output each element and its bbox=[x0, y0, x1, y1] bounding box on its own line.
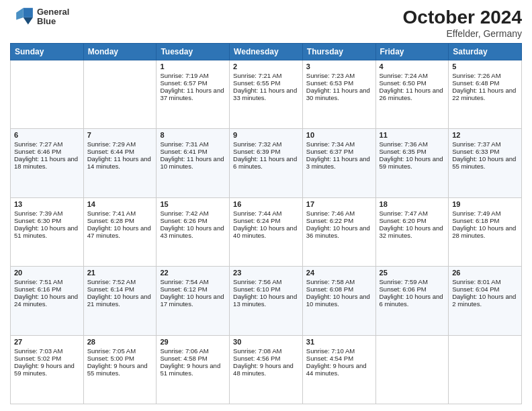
day-number: 3 bbox=[306, 62, 372, 71]
day-number: 28 bbox=[87, 338, 153, 346]
sunrise-text: Sunrise: 7:19 AM bbox=[160, 72, 208, 79]
sunrise-text: Sunrise: 7:46 AM bbox=[306, 210, 355, 217]
sunrise-text: Sunrise: 7:56 AM bbox=[233, 278, 281, 285]
calendar-cell: 31Sunrise: 7:10 AMSunset: 4:54 PMDayligh… bbox=[302, 335, 375, 404]
calendar-cell: 15Sunrise: 7:42 AMSunset: 6:26 PMDayligh… bbox=[157, 197, 230, 266]
daylight-text: Daylight: 10 hours and 13 minutes. bbox=[233, 293, 297, 308]
calendar-cell: 23Sunrise: 7:56 AMSunset: 6:10 PMDayligh… bbox=[230, 267, 303, 335]
sunrise-text: Sunrise: 7:49 AM bbox=[452, 210, 500, 217]
sunset-text: Sunset: 6:53 PM bbox=[306, 79, 353, 87]
daylight-text: Daylight: 11 hours and 3 minutes. bbox=[306, 155, 370, 170]
sunset-text: Sunset: 6:14 PM bbox=[87, 285, 134, 293]
sunset-text: Sunset: 6:06 PM bbox=[380, 285, 427, 293]
calendar-cell bbox=[449, 335, 522, 404]
calendar-cell: 21Sunrise: 7:52 AMSunset: 6:14 PMDayligh… bbox=[83, 267, 157, 335]
day-number: 22 bbox=[160, 269, 226, 277]
sunset-text: Sunset: 6:57 PM bbox=[160, 79, 207, 87]
sunrise-text: Sunrise: 7:29 AM bbox=[87, 140, 136, 148]
month-title: October 2024 bbox=[403, 7, 522, 28]
day-number: 15 bbox=[160, 200, 226, 208]
sunset-text: Sunset: 4:56 PM bbox=[233, 355, 280, 362]
sunset-text: Sunset: 6:10 PM bbox=[233, 285, 280, 293]
sunrise-text: Sunrise: 7:51 AM bbox=[14, 278, 62, 285]
calendar-cell: 10Sunrise: 7:34 AMSunset: 6:37 PMDayligh… bbox=[302, 129, 375, 197]
day-number: 12 bbox=[452, 131, 518, 139]
logo-icon bbox=[10, 7, 34, 27]
sunrise-text: Sunrise: 7:59 AM bbox=[380, 278, 428, 285]
day-number: 4 bbox=[380, 62, 445, 71]
daylight-text: Daylight: 11 hours and 26 minutes. bbox=[380, 87, 443, 101]
day-number: 10 bbox=[306, 131, 372, 139]
daylight-text: Daylight: 9 hours and 59 minutes. bbox=[14, 362, 75, 377]
daylight-text: Daylight: 10 hours and 43 minutes. bbox=[160, 224, 224, 239]
day-header-tuesday: Tuesday bbox=[157, 44, 230, 60]
calendar-cell bbox=[375, 335, 449, 404]
week-row-2: 6Sunrise: 7:27 AMSunset: 6:46 PMDaylight… bbox=[11, 129, 522, 197]
day-number: 19 bbox=[452, 200, 518, 208]
daylight-text: Daylight: 9 hours and 48 minutes. bbox=[233, 362, 294, 377]
calendar-cell: 1Sunrise: 7:19 AMSunset: 6:57 PMDaylight… bbox=[157, 60, 230, 129]
calendar-cell: 9Sunrise: 7:32 AMSunset: 6:39 PMDaylight… bbox=[230, 129, 303, 197]
week-row-4: 20Sunrise: 7:51 AMSunset: 6:16 PMDayligh… bbox=[11, 267, 522, 335]
day-number: 17 bbox=[306, 200, 372, 208]
sunrise-text: Sunrise: 7:34 AM bbox=[306, 140, 355, 148]
sunrise-text: Sunrise: 7:05 AM bbox=[87, 347, 136, 355]
sunrise-text: Sunrise: 7:54 AM bbox=[160, 278, 208, 285]
day-number: 26 bbox=[452, 269, 518, 277]
sunset-text: Sunset: 6:04 PM bbox=[452, 285, 499, 293]
calendar-cell bbox=[11, 60, 84, 129]
day-number: 13 bbox=[14, 200, 80, 208]
calendar: SundayMondayTuesdayWednesdayThursdayFrid… bbox=[10, 43, 522, 404]
calendar-cell: 11Sunrise: 7:36 AMSunset: 6:35 PMDayligh… bbox=[375, 129, 449, 197]
location: Effelder, Germany bbox=[403, 28, 522, 39]
sunset-text: Sunset: 6:41 PM bbox=[160, 148, 207, 155]
calendar-cell: 14Sunrise: 7:41 AMSunset: 6:28 PMDayligh… bbox=[83, 197, 157, 266]
sunset-text: Sunset: 6:16 PM bbox=[14, 285, 61, 293]
day-number: 11 bbox=[380, 131, 445, 139]
logo-line2: Blue bbox=[37, 17, 69, 26]
calendar-cell: 4Sunrise: 7:24 AMSunset: 6:50 PMDaylight… bbox=[375, 60, 449, 129]
day-number: 23 bbox=[233, 269, 299, 277]
week-row-3: 13Sunrise: 7:39 AMSunset: 6:30 PMDayligh… bbox=[11, 197, 522, 266]
daylight-text: Daylight: 11 hours and 30 minutes. bbox=[306, 87, 370, 101]
title-block: October 2024 Effelder, Germany bbox=[403, 7, 522, 39]
week-row-1: 1Sunrise: 7:19 AMSunset: 6:57 PMDaylight… bbox=[11, 60, 522, 129]
sunset-text: Sunset: 6:39 PM bbox=[233, 148, 280, 155]
daylight-text: Daylight: 10 hours and 17 minutes. bbox=[160, 293, 224, 308]
sunset-text: Sunset: 6:20 PM bbox=[380, 217, 427, 224]
sunrise-text: Sunrise: 7:27 AM bbox=[14, 140, 62, 148]
calendar-cell: 19Sunrise: 7:49 AMSunset: 6:18 PMDayligh… bbox=[449, 197, 522, 266]
sunset-text: Sunset: 6:44 PM bbox=[87, 148, 134, 155]
day-number: 20 bbox=[14, 269, 80, 277]
calendar-cell: 3Sunrise: 7:23 AMSunset: 6:53 PMDaylight… bbox=[302, 60, 375, 129]
daylight-text: Daylight: 10 hours and 51 minutes. bbox=[14, 224, 78, 239]
calendar-cell: 20Sunrise: 7:51 AMSunset: 6:16 PMDayligh… bbox=[11, 267, 84, 335]
sunset-text: Sunset: 6:48 PM bbox=[452, 79, 499, 87]
day-number: 16 bbox=[233, 200, 299, 208]
daylight-text: Daylight: 10 hours and 59 minutes. bbox=[380, 155, 443, 170]
logo: General Blue bbox=[10, 7, 69, 27]
calendar-cell: 29Sunrise: 7:06 AMSunset: 4:58 PMDayligh… bbox=[157, 335, 230, 404]
sunset-text: Sunset: 4:58 PM bbox=[160, 355, 207, 362]
sunset-text: Sunset: 6:08 PM bbox=[306, 285, 353, 293]
calendar-cell: 26Sunrise: 8:01 AMSunset: 6:04 PMDayligh… bbox=[449, 267, 522, 335]
daylight-text: Daylight: 10 hours and 28 minutes. bbox=[452, 224, 516, 239]
day-number: 9 bbox=[233, 131, 299, 139]
daylight-text: Daylight: 11 hours and 37 minutes. bbox=[160, 87, 224, 101]
calendar-cell: 18Sunrise: 7:47 AMSunset: 6:20 PMDayligh… bbox=[375, 197, 449, 266]
calendar-header-row: SundayMondayTuesdayWednesdayThursdayFrid… bbox=[11, 44, 522, 60]
day-header-monday: Monday bbox=[83, 44, 157, 60]
sunset-text: Sunset: 6:35 PM bbox=[380, 148, 427, 155]
calendar-cell: 8Sunrise: 7:31 AMSunset: 6:41 PMDaylight… bbox=[157, 129, 230, 197]
sunrise-text: Sunrise: 7:37 AM bbox=[452, 140, 500, 148]
sunset-text: Sunset: 6:30 PM bbox=[14, 217, 61, 224]
sunrise-text: Sunrise: 7:08 AM bbox=[233, 347, 281, 355]
day-number: 14 bbox=[87, 200, 153, 208]
sunrise-text: Sunrise: 7:10 AM bbox=[306, 347, 355, 355]
daylight-text: Daylight: 11 hours and 33 minutes. bbox=[233, 87, 297, 101]
sunset-text: Sunset: 6:33 PM bbox=[452, 148, 499, 155]
day-number: 31 bbox=[306, 338, 372, 346]
sunset-text: Sunset: 5:00 PM bbox=[87, 355, 134, 362]
calendar-cell: 2Sunrise: 7:21 AMSunset: 6:55 PMDaylight… bbox=[230, 60, 303, 129]
daylight-text: Daylight: 10 hours and 47 minutes. bbox=[87, 224, 151, 239]
